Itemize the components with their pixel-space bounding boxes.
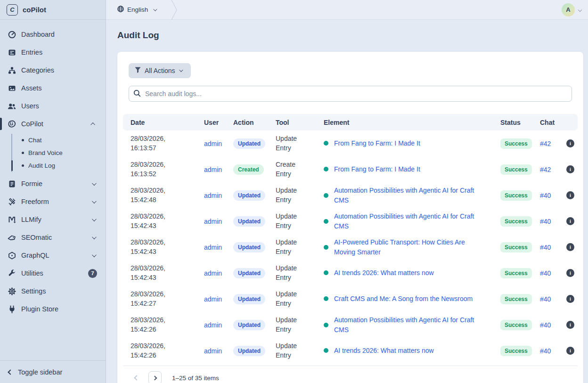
sidebar-nav: Dashboard Entries Categories Assets User… bbox=[0, 20, 106, 360]
table-row: 28/03/2026, 15:42:43 admin Updated Updat… bbox=[123, 208, 578, 234]
sidebar-item-graphql[interactable]: GraphQL bbox=[0, 246, 106, 264]
sidebar-item-formie[interactable]: Formie bbox=[0, 175, 106, 193]
letter-m-icon bbox=[8, 215, 16, 224]
table-row: 28/03/2026, 15:42:26 admin Updated Updat… bbox=[123, 312, 578, 338]
sidebar-item-llmify[interactable]: LLMify bbox=[0, 211, 106, 228]
sidebar-item-utilities[interactable]: Utilities 7 bbox=[0, 264, 106, 282]
user-cell: admin bbox=[196, 218, 226, 225]
chat-link[interactable]: #40 bbox=[540, 269, 551, 277]
sidebar-item-entries[interactable]: Entries bbox=[0, 43, 106, 61]
element-cell: AI-Powered Public Transport: How Cities … bbox=[316, 237, 493, 257]
status-cell: Success bbox=[493, 242, 532, 253]
status-cell: Success bbox=[493, 139, 532, 149]
info-icon[interactable]: i bbox=[566, 217, 574, 225]
info-cell: i bbox=[559, 139, 578, 147]
chat-link[interactable]: #42 bbox=[540, 140, 551, 147]
column-header-date: Date bbox=[123, 119, 196, 126]
element-status-dot-icon bbox=[324, 245, 328, 250]
user-link[interactable]: admin bbox=[204, 269, 222, 277]
info-icon[interactable]: i bbox=[566, 243, 574, 251]
app-logo[interactable]: C bbox=[7, 4, 18, 16]
sidebar-subitem-audit-log[interactable]: Audit Log bbox=[12, 159, 106, 172]
element-link[interactable]: Automation Possibilities with Agentic AI… bbox=[334, 315, 484, 334]
chevron-down-icon bbox=[153, 7, 157, 11]
info-icon[interactable]: i bbox=[566, 321, 574, 329]
chat-link[interactable]: #40 bbox=[540, 347, 551, 355]
date-cell: 28/03/2026, 15:42:48 bbox=[123, 186, 196, 204]
column-header-status: Status bbox=[493, 119, 532, 126]
element-link[interactable]: From Fang to Farm: I Made It bbox=[334, 139, 420, 148]
user-avatar[interactable]: A bbox=[562, 3, 575, 16]
chat-link[interactable]: #42 bbox=[540, 166, 551, 173]
info-icon[interactable]: i bbox=[566, 139, 574, 147]
action-cell: Updated bbox=[226, 190, 268, 201]
info-icon[interactable]: i bbox=[566, 347, 574, 355]
user-link[interactable]: admin bbox=[204, 321, 222, 329]
sidebar-item-label: Assets bbox=[21, 84, 98, 92]
user-link[interactable]: admin bbox=[204, 192, 222, 199]
user-link[interactable]: admin bbox=[204, 347, 222, 355]
sidebar-item-settings[interactable]: Settings bbox=[0, 282, 106, 300]
toggle-sidebar-button[interactable]: Toggle sidebar bbox=[0, 360, 106, 383]
sidebar-item-copilot[interactable]: CoPilot bbox=[0, 115, 106, 133]
account-menu-chevron-icon[interactable] bbox=[578, 8, 582, 11]
sidebar-item-label: Users bbox=[21, 102, 98, 110]
sidebar-item-categories[interactable]: Categories bbox=[0, 61, 106, 79]
user-link[interactable]: admin bbox=[204, 295, 222, 303]
element-link[interactable]: From Fang to Farm: I Made It bbox=[334, 164, 420, 174]
sidebar-item-assets[interactable]: Assets bbox=[0, 79, 106, 97]
chat-link[interactable]: #40 bbox=[540, 192, 551, 199]
status-badge: Success bbox=[500, 242, 532, 253]
element-link[interactable]: Automation Possibilities with Agentic AI… bbox=[334, 186, 484, 205]
element-link[interactable]: Craft CMS and Me: A Song from the Newsro… bbox=[334, 294, 473, 303]
sidebar-item-plugin-store[interactable]: Plugin Store bbox=[0, 300, 106, 318]
status-badge: Success bbox=[500, 294, 532, 304]
bullet-icon bbox=[22, 152, 24, 154]
next-page-button[interactable] bbox=[148, 371, 162, 383]
element-link[interactable]: AI trends 2026: What matters now bbox=[334, 268, 434, 277]
action-cell: Updated bbox=[226, 294, 268, 304]
actions-filter-button[interactable]: All Actions bbox=[129, 63, 191, 78]
element-link[interactable]: AI-Powered Public Transport: How Cities … bbox=[334, 237, 484, 257]
user-link[interactable]: admin bbox=[204, 218, 222, 225]
column-header-tool: Tool bbox=[268, 119, 316, 126]
info-cell: i bbox=[559, 165, 578, 173]
action-cell: Updated bbox=[226, 320, 268, 330]
chat-link[interactable]: #40 bbox=[540, 295, 551, 303]
chat-link[interactable]: #40 bbox=[540, 321, 551, 329]
status-cell: Success bbox=[493, 268, 532, 278]
info-icon[interactable]: i bbox=[566, 165, 574, 173]
info-icon[interactable]: i bbox=[566, 295, 574, 303]
user-link[interactable]: admin bbox=[204, 166, 222, 173]
action-cell: Created bbox=[226, 164, 268, 175]
status-cell: Success bbox=[493, 216, 532, 227]
sidebar-subitem-chat[interactable]: Chat bbox=[12, 134, 106, 147]
status-badge: Success bbox=[500, 139, 532, 149]
status-badge: Success bbox=[500, 216, 532, 227]
element-status-dot-icon bbox=[324, 323, 328, 327]
sidebar-item-seomatic[interactable]: SEOmatic bbox=[0, 228, 106, 246]
sidebar-subitem-brand-voice[interactable]: Brand Voice bbox=[12, 147, 106, 159]
language-switcher[interactable]: English bbox=[117, 6, 159, 14]
column-header-chat: Chat bbox=[532, 119, 559, 126]
chat-link[interactable]: #40 bbox=[540, 244, 551, 251]
user-link[interactable]: admin bbox=[204, 244, 222, 251]
sidebar-item-users[interactable]: Users bbox=[0, 97, 106, 115]
prev-page-button[interactable] bbox=[131, 372, 143, 383]
user-link[interactable]: admin bbox=[204, 140, 222, 147]
element-link[interactable]: Automation Possibilities with Agentic AI… bbox=[334, 212, 484, 231]
info-icon[interactable]: i bbox=[566, 191, 574, 199]
tool-cell: Update Entry bbox=[268, 212, 316, 230]
date-cell: 28/03/2026, 15:42:43 bbox=[123, 212, 196, 230]
info-cell: i bbox=[559, 295, 578, 303]
element-cell: Automation Possibilities with Agentic AI… bbox=[316, 212, 493, 231]
wrench-icon bbox=[8, 269, 16, 277]
sidebar-item-freeform[interactable]: Freeform bbox=[0, 193, 106, 211]
date-cell: 28/03/2026, 15:42:43 bbox=[123, 238, 196, 256]
action-cell: Updated bbox=[226, 139, 268, 149]
info-icon[interactable]: i bbox=[566, 269, 574, 277]
search-input[interactable] bbox=[129, 86, 572, 102]
sidebar-item-dashboard[interactable]: Dashboard bbox=[0, 25, 106, 43]
element-link[interactable]: AI trends 2026: What matters now bbox=[334, 346, 434, 355]
chat-link[interactable]: #40 bbox=[540, 218, 551, 225]
